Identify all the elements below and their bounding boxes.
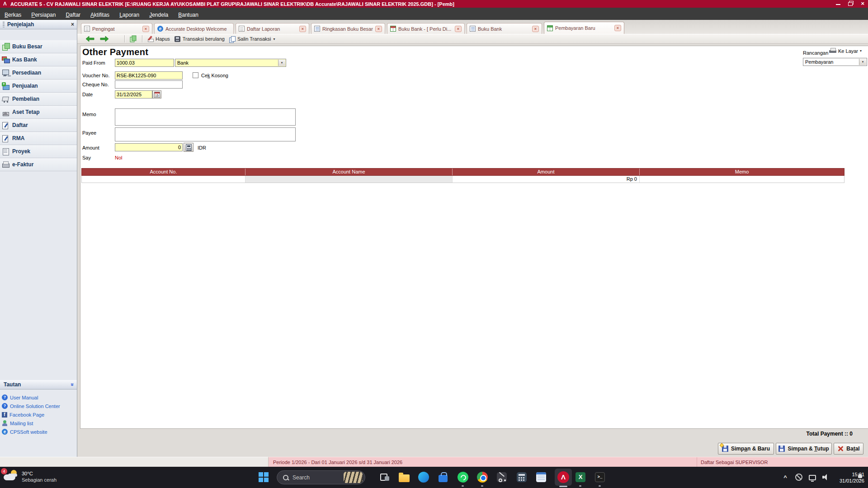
forward-button[interactable] (97, 35, 112, 42)
sidebar-close-icon[interactable]: × (71, 22, 74, 27)
date-input[interactable] (115, 90, 152, 99)
sidebar-item-e-faktur[interactable]: e-Faktur (0, 158, 77, 171)
restore-icon[interactable] (848, 1, 854, 6)
task-view-button[interactable] (378, 471, 391, 483)
tab-close-icon[interactable]: × (299, 26, 306, 32)
excel-button[interactable]: X (574, 471, 587, 483)
running-dot (599, 485, 601, 487)
link-mailing-list[interactable]: Mailing list (2, 419, 33, 427)
ke-layar-button[interactable]: Ke Layar ▾ (829, 48, 862, 54)
close-icon[interactable]: × (861, 1, 864, 6)
terminal-button[interactable]: >_ (594, 471, 606, 483)
table-row[interactable]: Rp 0 (81, 176, 844, 183)
menu-persiapan[interactable]: Persiapan (31, 12, 56, 18)
hapus-button[interactable]: Hapus (145, 36, 172, 42)
weather-temp[interactable]: 30°C (22, 471, 33, 476)
tab-buku-bank-perlu[interactable]: Buku Bank - [ Perlu Di...× (387, 23, 465, 34)
sidebar-item-persediaan[interactable]: Persediaan (0, 66, 77, 80)
paid-from-input[interactable] (115, 59, 174, 67)
cek-kosong-checkbox[interactable] (193, 72, 198, 78)
link-facebook-page[interactable]: fFacebook Page (2, 410, 44, 419)
chrome-button[interactable] (476, 471, 489, 483)
dropdown-button: ▾ (859, 59, 866, 65)
chevron-down-icon[interactable]: ▾ (274, 37, 275, 41)
paid-from-account-select[interactable]: Bank ▾ (175, 59, 286, 67)
tab-pembayaran-baru[interactable]: Pembayaran Baru× (544, 22, 624, 34)
sidebar-item-buku-besar[interactable]: Buku Besar (0, 40, 77, 53)
link-cpssoft-website[interactable]: eCPSSoft website (2, 427, 47, 436)
menu-laporan[interactable]: Laporan (119, 12, 139, 18)
notification-bell-icon[interactable] (857, 474, 863, 479)
tab-close-icon[interactable]: × (375, 26, 382, 32)
back-button[interactable] (83, 35, 97, 42)
tab-daftar-laporan[interactable]: Daftar Laporan× (236, 23, 309, 34)
tab-close-icon[interactable]: × (532, 26, 539, 32)
edge-button[interactable] (417, 471, 430, 483)
payee-input[interactable] (115, 127, 296, 141)
weather-desc[interactable]: Sebagian cerah (22, 477, 57, 483)
link-online-solution-center[interactable]: ?Online Solution Center (2, 402, 60, 410)
template-select[interactable]: Pembayaran ▾ (803, 58, 867, 66)
snipping-tool-button[interactable] (495, 471, 508, 483)
sidebar-item-pembelian[interactable]: Pembelian (0, 93, 77, 106)
batal-button[interactable]: Batal (834, 443, 863, 455)
menu-jendela[interactable]: Jendela (149, 12, 168, 18)
say-label: Say (82, 155, 91, 160)
voucher-input[interactable] (115, 71, 183, 80)
tab-buku-bank[interactable]: Buku Bank× (467, 23, 542, 34)
copy-button[interactable] (127, 35, 139, 43)
sidebar-item-penjualan[interactable]: Penjualan (0, 80, 77, 93)
tab-close-icon[interactable]: × (455, 26, 462, 32)
transaksi-berulang-button[interactable]: Transaksi berulang (172, 36, 227, 42)
whatsapp-button[interactable] (457, 471, 469, 483)
tab-close-icon[interactable]: × (142, 26, 149, 32)
chevron-down-icon[interactable]: ▾ (862, 60, 864, 64)
cell-amount[interactable]: Rp 0 (453, 176, 640, 183)
start-button[interactable] (259, 472, 269, 482)
link-user-manual[interactable]: ?User Manual (2, 393, 38, 402)
paid-from-label: Paid From (82, 60, 105, 66)
sidebar-item-label: Persediaan (12, 70, 41, 76)
amount-input[interactable] (115, 143, 183, 151)
tray-disabled-button[interactable] (793, 471, 805, 483)
salin-transaksi-button[interactable]: Salin Transaksi▾ (227, 36, 278, 42)
cell-memo[interactable] (640, 176, 844, 183)
accurate-taskbar-button[interactable]: Λ (555, 469, 572, 486)
menu-bantuan[interactable]: Bantuan (178, 12, 198, 18)
links-header[interactable]: Tautan » (0, 380, 77, 389)
tab-ringkasan-buku-besar[interactable]: Ringkasan Buku Besar× (311, 23, 385, 34)
menu-aktifitas[interactable]: Aktifitas (90, 12, 109, 18)
cell-account-no[interactable] (82, 176, 245, 183)
sidebar-item-kas-bank[interactable]: Kas Bank (0, 53, 77, 66)
cell-account-name[interactable] (245, 176, 453, 183)
simpan-tutup-button[interactable]: Simpan & Tutup (776, 443, 832, 455)
chevron-down-icon[interactable]: ▾ (281, 61, 283, 65)
tab-pengingat[interactable]: Pengingat× (81, 23, 152, 34)
minimize-icon[interactable] (836, 1, 841, 6)
sidebar-item-label: e-Faktur (12, 161, 33, 168)
cheque-input[interactable] (115, 80, 183, 89)
memo-input[interactable] (115, 108, 296, 126)
dropdown-button: ▾ (278, 60, 285, 66)
menu-daftar[interactable]: Daftar (66, 12, 80, 18)
tray-expand-button[interactable]: ^ (779, 471, 792, 483)
taskbar-search[interactable]: Search (277, 470, 365, 484)
file-explorer-button[interactable] (398, 471, 410, 483)
tab-close-icon[interactable]: × (614, 25, 621, 31)
sidebar-item-daftar[interactable]: Daftar (0, 119, 77, 132)
menu-berkas[interactable]: Berkas (5, 12, 21, 18)
simpan-baru-button[interactable]: Simpan & Baru (718, 443, 774, 455)
sidebar-item-rma[interactable]: RMA (0, 132, 77, 145)
date-picker-button[interactable]: 15 (152, 90, 161, 99)
tab-accurate-desktop-welcome[interactable]: eAccurate Desktop Welcome (154, 23, 234, 34)
calculator-app-button[interactable] (515, 471, 528, 483)
tray-network-button[interactable] (806, 471, 819, 483)
calculator-button[interactable] (184, 143, 193, 152)
tray-volume-button[interactable] (820, 471, 832, 483)
notes-app-button[interactable] (535, 471, 547, 483)
sidebar-item-proyek[interactable]: Proyek (0, 145, 77, 158)
paid-from-account-value: Bank (177, 60, 189, 66)
ms-store-button[interactable] (437, 471, 449, 483)
collapse-chevron-icon[interactable]: » (70, 383, 76, 386)
sidebar-item-aset-tetap[interactable]: Aset Tetap (0, 106, 77, 119)
